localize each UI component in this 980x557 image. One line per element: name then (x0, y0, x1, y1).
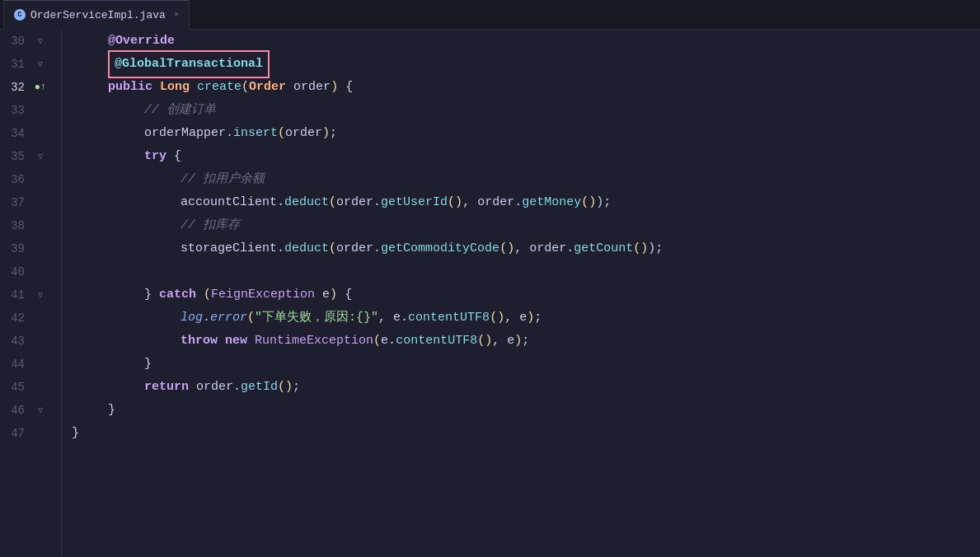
type-long: Long (160, 76, 190, 99)
java-file-icon: C (14, 9, 26, 21)
exception-type: FeignException (211, 283, 315, 307)
gutter-row-46: 46 ▽ (0, 399, 61, 422)
gutter-row-41: 41 ▽ (0, 283, 61, 307)
line-number-37: 37 (0, 196, 33, 209)
line-number-43: 43 (0, 335, 33, 348)
line-number-30: 30 (0, 35, 33, 48)
line-number-46: 46 (0, 404, 33, 417)
code-content: @Override @GlobalTransactional public Lo… (62, 30, 980, 557)
line-gutter: 30 ▽ 31 ▽ 32 ●↑ 33 34 35 ▽ 36 (0, 30, 62, 557)
method-deduct-1: deduct (284, 191, 329, 214)
line-number-47: 47 (0, 427, 33, 440)
line-number-34: 34 (0, 127, 33, 140)
code-line-45: return order.getId(); (72, 376, 980, 399)
tab-close-button[interactable]: × (174, 10, 180, 20)
gutter-row-31: 31 ▽ (0, 53, 61, 76)
global-transactional-annotation: @GlobalTransactional (108, 50, 270, 78)
file-tab[interactable]: C OrderServiceImpl.java × (3, 0, 190, 30)
line-number-39: 39 (0, 242, 33, 255)
line-number-41: 41 (0, 288, 33, 302)
line-number-32: 32 (0, 81, 33, 94)
line-number-38: 38 (0, 219, 33, 232)
code-line-44: } (72, 353, 980, 376)
method-insert: insert (233, 122, 278, 145)
storage-client: storageClient (181, 237, 277, 260)
gutter-row-44: 44 (0, 353, 61, 376)
method-get-money: getMoney (522, 191, 581, 214)
gutter-row-32: 32 ●↑ (0, 76, 61, 99)
method-get-commodity-code: getCommodityCode (381, 237, 499, 260)
tab-filename: OrderServiceImpl.java (30, 9, 166, 21)
fold-icon-46[interactable]: ▽ (33, 405, 48, 415)
runtime-exception: RuntimeException (255, 330, 373, 353)
gutter-row-47: 47 (0, 422, 61, 445)
gutter-row-35: 35 ▽ (0, 145, 61, 168)
method-error: error (210, 307, 247, 330)
code-line-35: try { (72, 145, 980, 168)
kw-return: return (144, 376, 189, 399)
fold-icon-30[interactable]: ▽ (33, 36, 48, 46)
gutter-row-38: 38 (0, 214, 61, 237)
gutter-row-39: 39 (0, 237, 61, 260)
code-line-47: } (72, 422, 980, 445)
line-number-45: 45 (0, 381, 33, 394)
fold-icon-35[interactable]: ▽ (33, 152, 48, 161)
code-line-33: // 创建订单 (72, 99, 980, 122)
annotation-override: @Override (108, 30, 175, 53)
code-line-40 (72, 260, 980, 283)
editor-area: 30 ▽ 31 ▽ 32 ●↑ 33 34 35 ▽ 36 (0, 30, 980, 557)
kw-try: try (144, 145, 166, 168)
gutter-row-33: 33 (0, 99, 61, 122)
comment-create-order: // 创建订单 (144, 99, 216, 122)
gutter-row-40: 40 (0, 260, 61, 283)
code-line-39: storageClient.deduct(order.getCommodityC… (72, 237, 980, 260)
gutter-row-45: 45 (0, 376, 61, 399)
gutter-row-34: 34 (0, 122, 61, 145)
gutter-row-43: 43 (0, 330, 61, 353)
comment-deduct-balance: // 扣用户余额 (181, 168, 265, 191)
code-line-30: @Override (72, 30, 980, 53)
kw-catch: catch (159, 283, 196, 307)
line-number-35: 35 (0, 150, 33, 163)
kw-new: new (225, 330, 247, 353)
comment-deduct-stock: // 扣库存 (181, 214, 240, 237)
line-number-33: 33 (0, 104, 33, 117)
gutter-row-42: 42 (0, 307, 61, 330)
kw-public: public (108, 76, 152, 99)
fold-icon-31[interactable]: ▽ (33, 59, 48, 69)
account-client: accountClient (181, 191, 277, 214)
code-line-43: throw new RuntimeException(e.contentUTF8… (72, 330, 980, 353)
gutter-row-37: 37 (0, 191, 61, 214)
tab-bar: C OrderServiceImpl.java × (0, 0, 980, 30)
fold-icon-41[interactable]: ▽ (33, 290, 48, 300)
string-error-msg: "下单失败，原因:{}" (255, 307, 378, 330)
method-get-count: getCount (574, 237, 633, 260)
line-number-40: 40 (0, 265, 33, 278)
gutter-row-36: 36 (0, 168, 61, 191)
code-line-38: // 扣库存 (72, 214, 980, 237)
code-line-37: accountClient.deduct(order.getUserId(), … (72, 191, 980, 214)
log-object: log (181, 307, 203, 330)
kw-throw: throw (181, 330, 218, 353)
code-line-36: // 扣用户余额 (72, 168, 980, 191)
line-number-31: 31 (0, 58, 33, 71)
method-content-utf8-2: contentUTF8 (396, 330, 477, 353)
code-line-31: @GlobalTransactional (72, 53, 980, 76)
method-get-id: getId (241, 376, 278, 399)
code-line-42: log.error("下单失败，原因:{}", e.contentUTF8(),… (72, 307, 980, 330)
line-number-42: 42 (0, 311, 33, 325)
code-line-34: orderMapper.insert(order); (72, 122, 980, 145)
line-number-36: 36 (0, 173, 33, 186)
order-mapper: orderMapper (144, 122, 226, 145)
run-icon-32[interactable]: ●↑ (33, 82, 48, 93)
type-order: Order (249, 76, 286, 99)
method-content-utf8-1: contentUTF8 (408, 307, 490, 330)
code-line-46: } (72, 399, 980, 422)
method-deduct-2: deduct (284, 237, 329, 260)
code-line-32: public Long create(Order order) { (72, 76, 980, 99)
line-number-44: 44 (0, 358, 33, 371)
method-get-user-id: getUserId (381, 191, 448, 214)
method-create: create (197, 76, 241, 99)
gutter-row-30: 30 ▽ (0, 30, 61, 53)
code-line-41: } catch (FeignException e) { (72, 283, 980, 307)
